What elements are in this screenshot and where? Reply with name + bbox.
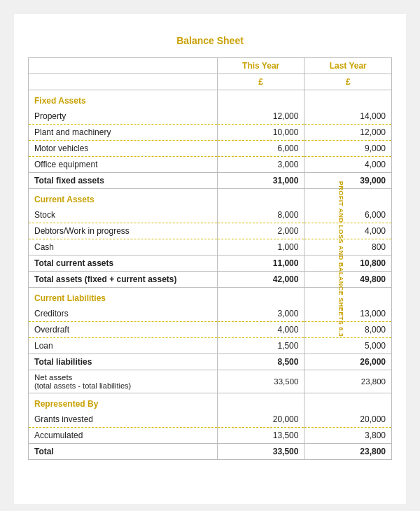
row-last-year: 20,000 (304, 412, 392, 428)
row-this-year: 33,500 (217, 444, 304, 460)
row-last-year: 9,000 (304, 141, 392, 157)
row-label: Accumulated (29, 428, 218, 444)
row-label: Total assets (fixed + current assets) (29, 272, 218, 288)
page-wrapper: Balance Sheet This Year Last Year £ £ Fi… (14, 14, 406, 504)
row-this-year (217, 393, 304, 412)
row-this-year (217, 90, 304, 109)
row-label: Total liabilities (29, 354, 218, 370)
header-row: This Year Last Year (29, 58, 392, 74)
row-last-year (304, 90, 392, 109)
row-this-year: 10,000 (217, 125, 304, 141)
row-this-year: 42,000 (217, 272, 304, 288)
row-label: Fixed Assets (29, 90, 218, 109)
row-this-year: 8,000 (217, 207, 304, 223)
row-label: Overdraft (29, 322, 218, 338)
row-last-year: 3,800 (304, 428, 392, 444)
row-last-year: 39,000 (304, 173, 392, 189)
row-last-year: 12,000 (304, 125, 392, 141)
row-last-year: 4,000 (304, 223, 392, 239)
currency-row: £ £ (29, 74, 392, 90)
col-this-year-header: This Year (217, 58, 304, 74)
row-label: Property (29, 108, 218, 125)
row-this-year: 8,500 (217, 354, 304, 370)
col-last-year-header: Last Year (304, 58, 392, 74)
row-last-year: 10,800 (304, 255, 392, 272)
table-row: Property12,00014,000 (29, 108, 392, 125)
row-this-year: 13,500 (217, 428, 304, 444)
row-this-year: 3,000 (217, 157, 304, 173)
row-this-year: 12,000 (217, 108, 304, 125)
row-last-year (304, 288, 392, 307)
row-label: Motor vehicles (29, 141, 218, 157)
row-label: Stock (29, 207, 218, 223)
row-this-year: 1,500 (217, 338, 304, 354)
row-label: Creditors (29, 306, 218, 322)
row-label: Loan (29, 338, 218, 354)
row-last-year: 5,000 (304, 338, 392, 354)
row-last-year (304, 393, 392, 412)
row-this-year: 20,000 (217, 412, 304, 428)
row-label: Grants invested (29, 412, 218, 428)
row-last-year: 14,000 (304, 108, 392, 125)
row-label: Total (29, 444, 218, 460)
currency-label (29, 74, 218, 90)
col-label-header (29, 58, 218, 74)
row-this-year: 1,000 (217, 239, 304, 255)
row-label: Office equipment (29, 157, 218, 173)
row-this-year: 6,000 (217, 141, 304, 157)
table-row: Total33,50023,800 (29, 444, 392, 460)
row-label: Current Assets (29, 189, 218, 208)
row-last-year: 26,000 (304, 354, 392, 370)
row-last-year: 49,800 (304, 272, 392, 288)
row-label: Net assets(total assets - total liabilit… (29, 370, 218, 393)
side-label: PROFIT AND LOSS AND BALANCE SHEETS 6.3 (337, 181, 344, 337)
row-this-year: 2,000 (217, 223, 304, 239)
row-last-year: 800 (304, 239, 392, 255)
currency-this-year: £ (217, 74, 304, 90)
table-row: Office equipment3,0004,000 (29, 157, 392, 173)
table-row: Accumulated13,5003,800 (29, 428, 392, 444)
table-row: Plant and machinery10,00012,000 (29, 125, 392, 141)
row-label: Cash (29, 239, 218, 255)
table-row: Total liabilities8,50026,000 (29, 354, 392, 370)
row-label: Current Liabilities (29, 288, 218, 307)
page-title: Balance Sheet (28, 35, 392, 46)
row-last-year: 23,800 (304, 444, 392, 460)
row-this-year: 33,500 (217, 370, 304, 393)
row-last-year (304, 189, 392, 208)
row-last-year: 6,000 (304, 207, 392, 223)
table-row: Fixed Assets (29, 90, 392, 109)
currency-last-year: £ (304, 74, 392, 90)
table-row: Motor vehicles6,0009,000 (29, 141, 392, 157)
row-this-year: 4,000 (217, 322, 304, 338)
row-label: Total current assets (29, 255, 218, 272)
table-row: Represented By (29, 393, 392, 412)
table-row: Grants invested20,00020,000 (29, 412, 392, 428)
row-label: Plant and machinery (29, 125, 218, 141)
row-this-year (217, 288, 304, 307)
row-label: Total fixed assets (29, 173, 218, 189)
row-last-year: 23,800 (304, 370, 392, 393)
row-label: Represented By (29, 393, 218, 412)
table-row: Net assets(total assets - total liabilit… (29, 370, 392, 393)
row-this-year: 31,000 (217, 173, 304, 189)
row-this-year: 3,000 (217, 306, 304, 322)
row-last-year: 4,000 (304, 157, 392, 173)
table-row: Loan1,5005,000 (29, 338, 392, 354)
row-last-year: 13,000 (304, 306, 392, 322)
row-last-year: 8,000 (304, 322, 392, 338)
row-this-year: 11,000 (217, 255, 304, 272)
row-label: Debtors/Work in progress (29, 223, 218, 239)
row-this-year (217, 189, 304, 208)
